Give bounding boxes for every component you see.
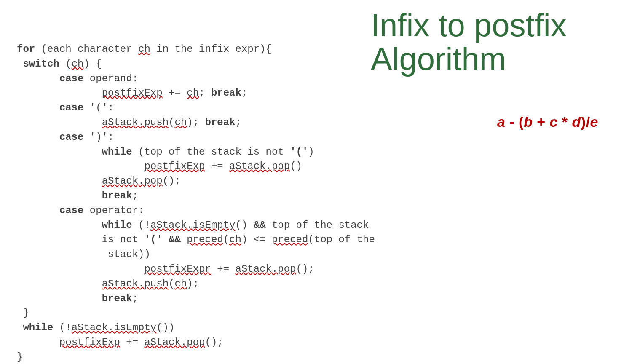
t: ();: [296, 263, 314, 275]
expr-plus: +: [533, 114, 549, 130]
t: (: [169, 278, 174, 289]
expr-c: c: [549, 114, 557, 130]
t: +=: [163, 87, 187, 99]
t: aStack.pop: [102, 175, 163, 187]
t: aStack.push: [102, 117, 169, 128]
t: postfixExpr: [144, 263, 211, 275]
t: top of the stack: [266, 219, 369, 231]
t: (: [59, 58, 72, 70]
t: (): [236, 219, 254, 231]
t: '(': [144, 234, 169, 245]
expr-d: d: [572, 114, 581, 130]
t: +=: [211, 263, 236, 275]
expr-lparen: (: [519, 114, 524, 130]
kw-case: case: [17, 205, 83, 216]
t: ch: [138, 43, 150, 55]
t: ();: [205, 337, 223, 348]
kw-and: &&: [169, 234, 181, 245]
kw-while: while: [102, 146, 132, 158]
t: aStack.isEmpty: [150, 219, 236, 231]
t: postfixExp: [59, 337, 120, 348]
t: operand:: [83, 73, 138, 84]
t: ): [308, 146, 314, 158]
t: (: [223, 234, 229, 245]
t: ch: [174, 278, 187, 289]
t: (: [169, 117, 174, 128]
kw-while: while: [102, 219, 132, 231]
t: aStack.pop: [144, 337, 205, 348]
kw-case: case: [17, 102, 83, 113]
t: ()): [156, 322, 174, 333]
t: ch: [72, 58, 84, 70]
t: );: [187, 278, 199, 289]
slide: Infix to postfix Algorithm a - (b + c * …: [0, 0, 632, 364]
expr-e: e: [590, 114, 598, 130]
t: (top of the stack is not: [132, 146, 290, 158]
t: }: [17, 307, 29, 318]
t: ch: [229, 234, 241, 245]
t: aStack.pop: [229, 161, 290, 172]
t: postfixExp: [102, 87, 163, 99]
t: aStack.push: [102, 278, 169, 289]
t: ) {: [83, 58, 102, 70]
t: preced: [272, 234, 308, 245]
t: (each character: [35, 43, 138, 55]
kw-for: for: [17, 43, 35, 55]
example-expression: a - (b + c * d)/e: [497, 114, 598, 130]
t: [181, 234, 187, 245]
kw-while: while: [17, 322, 53, 333]
t: '(': [290, 146, 308, 158]
t: ch: [174, 117, 187, 128]
code-block: for (each character ch in the infix expr…: [17, 42, 396, 364]
t: ) <=: [241, 234, 272, 245]
t: ();: [163, 175, 181, 187]
t: '(':: [83, 102, 114, 113]
t: +=: [120, 337, 145, 348]
kw-break: break: [102, 293, 132, 304]
t: ;: [241, 87, 247, 99]
t: );: [187, 117, 205, 128]
kw-break: break: [211, 87, 241, 99]
title-line-1: Infix to postfix: [371, 7, 567, 43]
t: operator:: [83, 205, 144, 216]
t: stack)): [17, 249, 150, 260]
slide-title: Infix to postfix Algorithm: [371, 8, 607, 76]
expr-times: *: [558, 114, 572, 130]
expr-div: /: [586, 114, 590, 130]
t: ;: [132, 293, 138, 304]
t: +=: [205, 161, 229, 172]
expr-rparen: ): [581, 114, 586, 130]
kw-case: case: [17, 73, 83, 84]
expr-minus: -: [505, 114, 519, 130]
kw-case: case: [17, 131, 83, 143]
t: (!: [132, 219, 150, 231]
t: postfixExp: [144, 161, 205, 172]
kw-break: break: [102, 190, 132, 201]
t: aStack.pop: [236, 263, 296, 275]
t: is not: [17, 234, 144, 245]
expr-b: b: [524, 114, 533, 130]
expr-a: a: [497, 114, 505, 130]
t: ;: [199, 87, 211, 99]
t: }: [17, 351, 23, 363]
t: ;: [236, 117, 241, 128]
t: (!: [53, 322, 71, 333]
t: (): [290, 161, 302, 172]
t: ')':: [83, 131, 114, 143]
t: (top of the: [308, 234, 375, 245]
t: aStack.isEmpty: [72, 322, 157, 333]
t: in the infix expr){: [150, 43, 272, 55]
t: ch: [187, 87, 199, 99]
kw-switch: switch: [17, 58, 59, 70]
t: ;: [132, 190, 138, 201]
kw-and: &&: [254, 219, 266, 231]
t: preced: [187, 234, 223, 245]
kw-break: break: [205, 117, 236, 128]
